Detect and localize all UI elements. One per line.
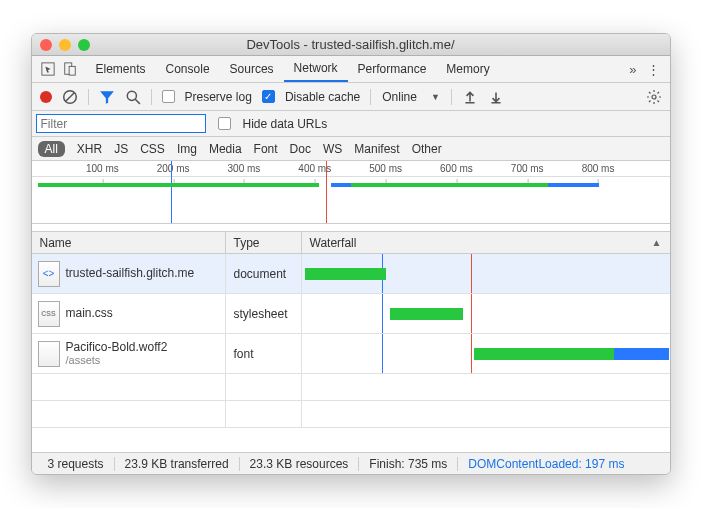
type-font[interactable]: Font <box>254 142 278 156</box>
request-type: stylesheet <box>226 294 302 333</box>
file-icon: CSS <box>38 301 60 327</box>
request-name: main.css <box>66 307 113 320</box>
tab-console[interactable]: Console <box>156 56 220 82</box>
clear-icon[interactable] <box>62 89 78 105</box>
table-row[interactable]: CSSmain.cssstylesheet <box>32 294 670 334</box>
filter-bar: Hide data URLs <box>32 111 670 137</box>
tab-memory[interactable]: Memory <box>436 56 499 82</box>
type-doc[interactable]: Doc <box>290 142 311 156</box>
hide-data-urls-checkbox[interactable] <box>218 117 231 130</box>
gear-icon[interactable] <box>646 89 662 105</box>
type-img[interactable]: Img <box>177 142 197 156</box>
tick: 500 ms <box>369 163 402 174</box>
device-icon[interactable] <box>62 61 78 77</box>
svg-rect-2 <box>69 66 75 75</box>
requests-table: <>trusted-sailfish.glitch.medocumentCSSm… <box>32 254 670 452</box>
header-waterfall[interactable]: Waterfall▲ <box>302 232 670 253</box>
status-transferred: 23.9 KB transferred <box>115 457 239 471</box>
download-har-icon[interactable] <box>488 89 504 105</box>
type-ws[interactable]: WS <box>323 142 342 156</box>
type-manifest[interactable]: Manifest <box>354 142 399 156</box>
header-type[interactable]: Type <box>226 232 302 253</box>
table-row[interactable]: Pacifico-Bold.woff2/assetsfont <box>32 334 670 374</box>
panel-tabs: ElementsConsoleSourcesNetworkPerformance… <box>32 56 670 83</box>
request-type: font <box>226 334 302 373</box>
svg-point-7 <box>652 95 656 99</box>
type-other[interactable]: Other <box>412 142 442 156</box>
tab-elements[interactable]: Elements <box>86 56 156 82</box>
throttle-select[interactable]: Online ▼ <box>381 87 441 107</box>
type-all[interactable]: All <box>38 141 65 157</box>
status-dcl: DOMContentLoaded: 197 ms <box>458 457 634 471</box>
tab-sources[interactable]: Sources <box>220 56 284 82</box>
filter-icon[interactable] <box>99 89 115 105</box>
tab-network[interactable]: Network <box>284 56 348 82</box>
window-title: DevTools - trusted-sailfish.glitch.me/ <box>32 37 670 52</box>
type-filter: AllXHRJSCSSImgMediaFontDocWSManifestOthe… <box>32 137 670 161</box>
tick: 800 ms <box>582 163 615 174</box>
tick: 600 ms <box>440 163 473 174</box>
devtools-window: DevTools - trusted-sailfish.glitch.me/ E… <box>31 33 671 475</box>
tick: 300 ms <box>228 163 261 174</box>
titlebar: DevTools - trusted-sailfish.glitch.me/ <box>32 34 670 56</box>
table-row[interactable]: <>trusted-sailfish.glitch.medocument <box>32 254 670 294</box>
type-xhr[interactable]: XHR <box>77 142 102 156</box>
file-icon: <> <box>38 261 60 287</box>
sort-indicator: ▲ <box>652 237 662 248</box>
type-js[interactable]: JS <box>114 142 128 156</box>
status-bar: 3 requests 23.9 KB transferred 23.3 KB r… <box>32 452 670 474</box>
close-icon[interactable] <box>40 39 52 51</box>
tick: 100 ms <box>86 163 119 174</box>
status-requests: 3 requests <box>38 457 114 471</box>
hide-data-urls-label: Hide data URLs <box>243 117 328 131</box>
request-type: document <box>226 254 302 293</box>
column-headers: Name Type Waterfall▲ <box>32 232 670 254</box>
preserve-log-label: Preserve log <box>185 90 252 104</box>
file-icon <box>38 341 60 367</box>
tick: 700 ms <box>511 163 544 174</box>
svg-line-6 <box>135 99 140 104</box>
filter-input[interactable] <box>36 114 206 133</box>
waterfall-cell <box>302 294 670 333</box>
search-icon[interactable] <box>125 89 141 105</box>
request-path: /assets <box>66 354 168 367</box>
type-media[interactable]: Media <box>209 142 242 156</box>
chevron-down-icon: ▼ <box>431 92 440 102</box>
request-name: Pacifico-Bold.woff2 <box>66 341 168 354</box>
request-name: trusted-sailfish.glitch.me <box>66 267 195 280</box>
status-resources: 23.3 KB resources <box>240 457 359 471</box>
more-tabs-icon[interactable]: » <box>629 62 636 77</box>
svg-line-4 <box>65 92 74 101</box>
header-name[interactable]: Name <box>32 232 226 253</box>
network-toolbar: Preserve log ✓ Disable cache Online ▼ <box>32 83 670 111</box>
minimize-icon[interactable] <box>59 39 71 51</box>
upload-har-icon[interactable] <box>462 89 478 105</box>
preserve-log-checkbox[interactable] <box>162 90 175 103</box>
type-css[interactable]: CSS <box>140 142 165 156</box>
timeline-overview[interactable]: 100 ms200 ms300 ms400 ms500 ms600 ms700 … <box>32 161 670 224</box>
waterfall-cell <box>302 334 670 373</box>
menu-icon[interactable]: ⋮ <box>647 62 660 77</box>
waterfall-cell <box>302 254 670 293</box>
svg-point-5 <box>127 91 136 100</box>
disable-cache-label: Disable cache <box>285 90 360 104</box>
inspect-icon[interactable] <box>40 61 56 77</box>
status-finish: Finish: 735 ms <box>359 457 457 471</box>
tick: 200 ms <box>157 163 190 174</box>
disable-cache-checkbox[interactable]: ✓ <box>262 90 275 103</box>
tab-performance[interactable]: Performance <box>348 56 437 82</box>
maximize-icon[interactable] <box>78 39 90 51</box>
record-button[interactable] <box>40 91 52 103</box>
